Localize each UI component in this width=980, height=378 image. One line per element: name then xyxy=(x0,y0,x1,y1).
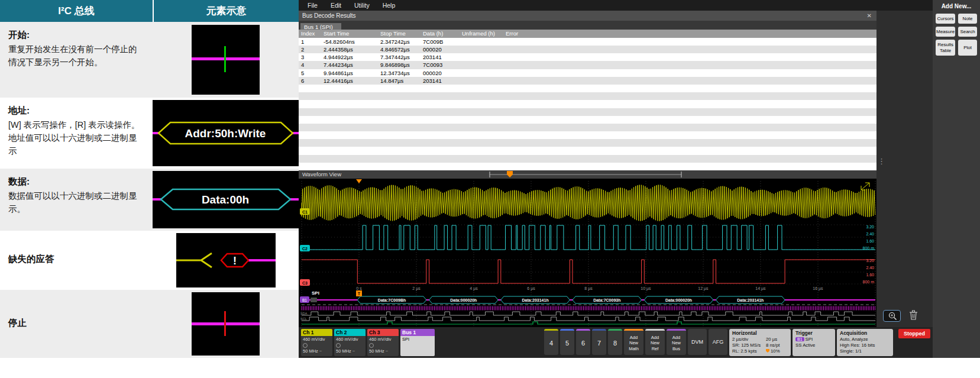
svg-text:C1: C1 xyxy=(302,210,308,214)
doc-body-start: 重复开始发生在没有前一个停止的情况下显示另一个开始。 xyxy=(8,43,144,69)
decode-row-empty[interactable] xyxy=(299,116,876,124)
menu-edit[interactable]: Edit xyxy=(324,1,348,10)
channel-5-button[interactable]: 5 xyxy=(560,329,574,355)
coupling-icon xyxy=(336,343,341,348)
waveform-utility-buttons xyxy=(883,310,918,322)
horizontal-sr: SR: 125 MS/s xyxy=(732,343,766,348)
channel-6-button[interactable]: 6 xyxy=(576,329,590,355)
stop-illustration xyxy=(192,292,260,356)
horizontal-pos: 10% xyxy=(766,348,788,354)
menu-help[interactable]: Help xyxy=(376,1,402,10)
doc-row-data: 数据: 数据值可以以十六进制或二进制显示。 Data:00h xyxy=(0,169,299,231)
decode-row-empty[interactable] xyxy=(299,131,876,139)
horizontal-panel[interactable]: Horizontal 2 µs/div 20 µs SR: 125 MS/s 8… xyxy=(729,329,791,356)
add-new-title: Add New... xyxy=(933,3,980,9)
scope-main: FileEditUtilityHelp Bus Decode Results ✕… xyxy=(299,0,933,358)
channel-4-button[interactable]: 4 xyxy=(544,329,558,355)
trigger-mode: SS Active xyxy=(795,343,832,348)
bottom-settings-bar: Ch 1460 mV/div50 MHz~Ch 2460 mV/div50 MH… xyxy=(299,327,933,358)
svg-text:SPI: SPI xyxy=(312,290,319,296)
afg-button[interactable]: AFG xyxy=(709,329,727,355)
bus1-badge[interactable]: Bus 1SPI xyxy=(400,329,435,356)
screen: I²C 总线 元素示意 开始: 重复开始发生在没有前一个停止的情况下显示另一个开… xyxy=(0,0,980,358)
decode-tabrow: Bus 1 (SPI) xyxy=(299,21,876,30)
svg-text:SDA: SDA xyxy=(300,312,308,315)
search-button[interactable]: Search xyxy=(958,27,977,37)
channel-badge-3[interactable]: Ch 3460 mV/div50 MHz~ xyxy=(367,329,399,356)
svg-text:12 µs: 12 µs xyxy=(698,286,709,291)
decode-column-header: Unframed (h) xyxy=(460,30,503,38)
decode-row-empty[interactable] xyxy=(299,139,876,147)
add-new-ref-button[interactable]: AddNewRef xyxy=(645,329,665,355)
plot-button[interactable]: Plot xyxy=(958,40,977,55)
bandwidth-icon: ~ xyxy=(319,348,322,354)
doc-row-address: 地址: [W] 表示写操作，[R] 表示读操作。地址值可以以十六进制或二进制显示… xyxy=(0,98,299,169)
svg-text:10 µs: 10 µs xyxy=(641,286,651,291)
add-new-grid: CursorsNoteMeasureSearchResults TablePlo… xyxy=(933,14,980,56)
decode-row-empty[interactable] xyxy=(299,124,876,131)
svg-text:1.60: 1.60 xyxy=(866,273,874,277)
coupling-icon xyxy=(303,343,308,348)
svg-text:T: T xyxy=(358,292,361,296)
doc-title-start: 开始: xyxy=(8,29,144,41)
cursors-button[interactable]: Cursors xyxy=(936,14,955,24)
decode-row-empty[interactable] xyxy=(299,92,876,100)
zoom-range-indicator[interactable] xyxy=(488,170,683,178)
channel-badge-2[interactable]: Ch 2460 mV/div50 MHz~ xyxy=(334,329,366,356)
doc-title-data: 数据: xyxy=(8,176,144,188)
menu-utility[interactable]: Utility xyxy=(348,1,376,10)
trigger-position-handle[interactable] xyxy=(507,171,513,177)
menu-file[interactable]: File xyxy=(301,1,324,10)
bandwidth-icon: ~ xyxy=(352,348,355,354)
measure-button[interactable]: Measure xyxy=(936,27,955,37)
decode-row-3[interactable]: 34.944922µs7.347442µs203141 xyxy=(299,53,876,61)
decode-row-5[interactable]: 59.944861µs12.34734µs000020 xyxy=(299,69,876,77)
note-button[interactable]: Note xyxy=(958,14,977,24)
address-frame-label: Addr:50h:Write xyxy=(185,127,266,140)
decode-row-empty[interactable] xyxy=(299,108,876,116)
trash-button[interactable] xyxy=(909,310,918,322)
decode-row-empty[interactable] xyxy=(299,85,876,92)
doc-title-missing-ack: 缺失的应答 xyxy=(8,253,54,266)
results-table-button[interactable]: Results Table xyxy=(936,40,955,55)
close-icon[interactable]: ✕ xyxy=(867,12,872,19)
decode-row-4[interactable]: 47.444234µs9.846898µs7C0093 xyxy=(299,61,876,69)
decode-row-empty[interactable] xyxy=(299,147,876,154)
svg-text:0 s: 0 s xyxy=(356,286,362,290)
waveform-canvas[interactable]: 3.202.401.60800 m3.202.401.60800 m0 s2 µ… xyxy=(299,179,876,327)
start-illustration xyxy=(192,25,260,95)
decode-column-header: Start Time xyxy=(321,30,378,38)
acquisition-panel[interactable]: Acquisition Auto, Analyze High Res: 16 b… xyxy=(837,329,893,356)
channel-7-button[interactable]: 7 xyxy=(592,329,606,355)
dvm-button[interactable]: DVM xyxy=(688,329,707,355)
zoom-button[interactable] xyxy=(883,310,901,322)
decode-row-empty[interactable] xyxy=(299,155,876,163)
bandwidth-icon: ~ xyxy=(386,348,388,354)
decode-row-empty[interactable] xyxy=(299,100,876,108)
channel-8-button[interactable]: 8 xyxy=(608,329,622,355)
add-new-bus-button[interactable]: AddNewBus xyxy=(667,329,686,355)
data-illustration: Data:00h xyxy=(153,171,299,228)
panel-resize-handle[interactable]: ⋮ xyxy=(878,157,885,165)
svg-text:C2: C2 xyxy=(302,247,308,251)
doc-title-stop: 停止 xyxy=(8,317,27,329)
stopped-button[interactable]: Stopped xyxy=(898,329,930,338)
decode-row-1[interactable]: 1-54.82604ns2.347242µs7C009B xyxy=(299,38,876,46)
doc-body-data: 数据值可以以十六进制或二进制显示。 xyxy=(8,190,144,216)
doc-row-missing-ack: 缺失的应答 ! xyxy=(0,231,299,290)
trigger-panel[interactable]: Trigger B1SPI SS Active xyxy=(793,329,835,356)
decode-row-6[interactable]: 612.44416µs14.847µs203141 xyxy=(299,77,876,85)
horizontal-res: 8 ns/pt xyxy=(766,343,788,348)
doc-header-element: 元素示意 xyxy=(154,0,299,22)
svg-text:B1: B1 xyxy=(302,298,307,302)
decode-row-2[interactable]: 22.444358µs4.846572µs000020 xyxy=(299,46,876,53)
decode-row-empty[interactable] xyxy=(299,163,876,170)
channel-badge-1[interactable]: Ch 1460 mV/div50 MHz~ xyxy=(301,329,332,356)
add-new-math-button[interactable]: AddNewMath xyxy=(624,329,643,355)
decode-title: Bus Decode Results xyxy=(302,12,356,19)
trigger-title: Trigger xyxy=(795,330,832,336)
missing-ack-illustration: ! xyxy=(176,233,276,287)
decode-column-header: Index xyxy=(299,30,321,38)
doc-header-i2c: I²C 总线 xyxy=(0,0,154,22)
trigger-position-icon xyxy=(766,349,769,353)
